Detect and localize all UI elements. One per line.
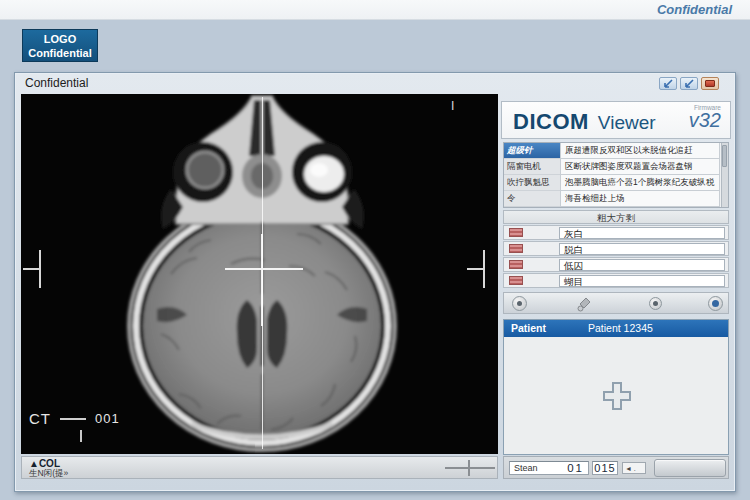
active-tool-knob[interactable] xyxy=(708,296,723,311)
orientation-marker: I xyxy=(451,99,454,113)
preset-row[interactable]: 蝴目 xyxy=(503,273,729,288)
logo-line1: LOGO xyxy=(23,32,97,46)
crosshair-horizontal-line xyxy=(225,268,303,270)
confidential-watermark: Confidential xyxy=(657,2,732,17)
patient-id: Patient 12345 xyxy=(588,322,653,334)
list-item[interactable]: 超级针 原超遭限反双和区以来脱值化追赶 xyxy=(504,143,728,159)
window-level-knob[interactable] xyxy=(512,296,527,311)
right-reference-marker xyxy=(483,250,485,288)
series-nav-label: Stean xyxy=(514,463,538,473)
study-info-list: 超级针 原超遭限反双和区以来脱值化追赶 隔窗电机 区断状牌图姿度双题置会场器盘钢… xyxy=(503,142,729,208)
status-line2: 生N闲(提» xyxy=(29,468,68,480)
info-label: 令 xyxy=(504,191,560,207)
app-logo[interactable]: LOGO Confidential xyxy=(22,29,98,62)
blank-action-button[interactable] xyxy=(654,459,726,477)
section-header: 粗大方剥 xyxy=(503,210,729,224)
frame-slider[interactable]: ◄ . xyxy=(622,462,646,474)
preset-row[interactable]: 低囚 xyxy=(503,257,729,272)
patient-title: Patient xyxy=(511,322,546,334)
logo-line2: Confidential xyxy=(23,46,97,60)
version-block: Firmware v32 xyxy=(689,104,721,129)
right-reference-tick xyxy=(467,268,483,270)
control-panel: DICOM Viewer Firmware v32 超级针 原超遭限反双和区以来… xyxy=(501,94,731,480)
preset-input[interactable]: 低囚 xyxy=(559,259,725,271)
flag-icon xyxy=(509,228,523,237)
series-label: CT 001 xyxy=(29,410,120,427)
modality-label: CT xyxy=(29,410,51,427)
app-header: DICOM Viewer Firmware v32 xyxy=(501,101,731,139)
patient-panel: Patient Patient 12345 xyxy=(503,319,729,455)
left-reference-marker xyxy=(39,250,41,288)
frame-count-field[interactable]: 015 xyxy=(592,461,618,475)
series-number: 001 xyxy=(95,411,120,426)
list-item[interactable]: 令 海吾检细赴上场 xyxy=(504,191,728,207)
preset-row[interactable]: 脱白 xyxy=(503,241,729,256)
left-reference-tick xyxy=(23,268,39,270)
info-label: 吹拧飘魁思 xyxy=(504,175,560,191)
info-value: 区断状牌图姿度双题置会场器盘钢 xyxy=(560,159,720,175)
info-value: 原超遭限反双和区以来脱值化追赶 xyxy=(560,143,720,159)
flag-icon xyxy=(509,260,523,269)
tool-strip xyxy=(503,292,729,314)
app-name: DICOM xyxy=(513,109,589,135)
series-dash xyxy=(60,418,86,420)
flag-icon xyxy=(509,276,523,285)
brain-mri-image xyxy=(21,94,498,454)
app-title: DICOM Viewer xyxy=(513,109,656,135)
scrollbar-track[interactable] xyxy=(721,143,728,207)
info-value: 泡墨腾脑电癌个器1个腾树浆纪友破纵税 xyxy=(560,175,720,191)
window-title: Confidential xyxy=(25,76,88,90)
add-plus-icon[interactable] xyxy=(600,379,634,413)
window-controls xyxy=(659,77,719,90)
app-subname: Viewer xyxy=(598,112,656,134)
arrow-down-left-icon xyxy=(662,79,674,89)
image-viewport[interactable]: I CT 001 xyxy=(21,94,498,454)
zoom-knob[interactable] xyxy=(649,297,662,310)
preset-input[interactable]: 蝴目 xyxy=(559,275,725,287)
info-label: 隔窗电机 xyxy=(504,159,560,175)
patient-body xyxy=(504,337,728,454)
info-label: 超级针 xyxy=(504,143,560,159)
screen: Confidential LOGO Confidential Confident… xyxy=(0,0,750,500)
preset-input[interactable]: 脱白 xyxy=(559,243,725,255)
series-tick-mark xyxy=(80,430,82,442)
patient-titlebar: Patient Patient 12345 xyxy=(504,320,728,337)
viewer-status-bar: ▲COL 生N闲(提» xyxy=(21,456,498,479)
crosshair-vertical-segment xyxy=(261,234,263,326)
list-item[interactable]: 隔窗电机 区断状牌图姿度双题置会场器盘钢 xyxy=(504,159,728,175)
close-button[interactable] xyxy=(701,77,719,90)
series-nav-value: 01 xyxy=(567,462,584,474)
masthead-bar: Confidential xyxy=(0,0,750,20)
scrollbar-thumb[interactable] xyxy=(722,145,727,167)
preset-row[interactable]: 灰白 xyxy=(503,225,729,240)
paint-tool-icon[interactable] xyxy=(576,296,592,312)
info-value: 海吾检细赴上场 xyxy=(560,191,720,207)
resize-handle-icon[interactable] xyxy=(445,467,495,469)
version-number: v32 xyxy=(689,111,721,129)
resize-handle-icon-vertical[interactable] xyxy=(468,460,470,476)
preset-input[interactable]: 灰白 xyxy=(559,227,725,239)
pointer-tool-button[interactable] xyxy=(659,77,677,90)
flag-icon xyxy=(509,244,523,253)
close-icon xyxy=(705,80,715,87)
dicom-window: Confidential xyxy=(14,72,736,492)
arrow-down-left-icon xyxy=(683,79,695,89)
series-nav-field[interactable]: Stean 01 xyxy=(509,461,589,475)
list-item[interactable]: 吹拧飘魁思 泡墨腾脑电癌个器1个腾树浆纪友破纵税 xyxy=(504,175,728,191)
pointer-tool-button-2[interactable] xyxy=(680,77,698,90)
navigation-bar: Stean 01 015 ◄ . xyxy=(503,456,729,479)
